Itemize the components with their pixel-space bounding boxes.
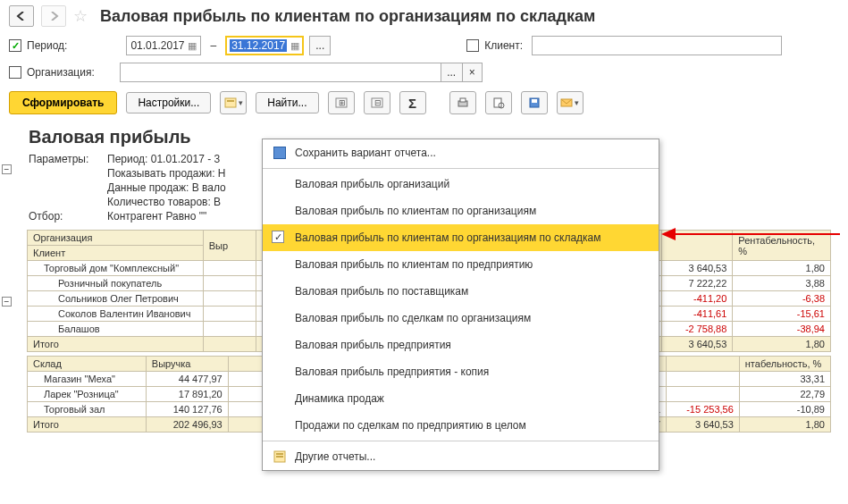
table-row: Розничный покупатель <box>28 276 204 291</box>
col-rev: Выр <box>203 231 256 261</box>
collapse-icon[interactable]: ⊟ <box>364 91 390 114</box>
org-label: Организация: <box>27 66 95 79</box>
print-button[interactable] <box>449 91 476 114</box>
svg-rect-1 <box>227 100 234 102</box>
svg-rect-0 <box>225 98 236 107</box>
forward-button[interactable] <box>41 5 66 27</box>
dd-save-variant[interactable]: Сохранить вариант отчета... <box>263 139 659 166</box>
col-client: Клиент <box>28 246 204 261</box>
period-label: Период: <box>27 39 67 52</box>
dd-other-reports[interactable]: Другие отчеты... <box>263 443 659 470</box>
sum-button[interactable]: Σ <box>399 91 426 114</box>
org-picker-button[interactable]: ... <box>441 63 463 82</box>
filter-label: Отбор: <box>29 210 100 223</box>
variants-dropdown-button[interactable] <box>220 91 247 114</box>
table-row: Торговый зал <box>28 402 147 417</box>
period-checkbox[interactable] <box>9 39 21 52</box>
dd-variant-item[interactable]: Валовая прибыль по клиентам по предприят… <box>263 251 659 278</box>
favorite-star-icon[interactable]: ☆ <box>73 6 88 26</box>
dd-variant-item[interactable]: Валовая прибыль по клиентам по организац… <box>263 197 659 224</box>
col-revenue: Выручка <box>146 357 228 372</box>
client-label: Клиент: <box>484 39 523 52</box>
find-button[interactable]: Найти... <box>256 92 318 113</box>
page-title: Валовая прибыль по клиентам по организац… <box>100 7 595 26</box>
dd-variant-item[interactable]: Валовая прибыль организаций <box>263 171 659 197</box>
dd-variant-item[interactable]: Валовая прибыль по сделкам по организаци… <box>263 305 659 332</box>
svg-text:⊞: ⊞ <box>339 98 346 107</box>
total-label: Итого <box>28 337 204 352</box>
date-to-input[interactable]: 31.12.2017 ▦ <box>225 36 304 55</box>
client-input[interactable] <box>532 36 782 55</box>
dd-variant-item[interactable]: Валовая прибыль по клиентам по организац… <box>263 224 659 251</box>
settings-button[interactable]: Настройки... <box>126 92 211 113</box>
svg-rect-11 <box>532 99 537 103</box>
save-button[interactable] <box>521 91 548 114</box>
col-org: Организация <box>28 231 204 246</box>
expand-icon[interactable]: ⊞ <box>328 91 355 114</box>
tree-collapse-icon[interactable]: − <box>2 297 12 307</box>
callout-arrow <box>661 228 840 240</box>
dd-variant-item[interactable]: Продажи по сделкам по предприятию в цело… <box>263 412 659 439</box>
svg-rect-7 <box>460 98 466 102</box>
params-label: Параметры: <box>29 153 100 165</box>
calendar-icon[interactable]: ▦ <box>188 40 197 52</box>
table-row: Торговый дом "Комплексный" <box>28 261 204 276</box>
report-icon <box>273 450 286 463</box>
save-icon <box>273 147 286 159</box>
tree-collapse-icon[interactable]: − <box>2 164 12 174</box>
dd-variant-item[interactable]: Валовая прибыль по поставщикам <box>263 278 659 305</box>
back-button[interactable] <box>9 5 34 27</box>
email-button[interactable] <box>557 91 584 114</box>
org-input[interactable] <box>120 63 441 82</box>
svg-rect-14 <box>276 453 283 455</box>
col-sklad: Склад <box>28 357 147 372</box>
client-checkbox[interactable] <box>466 39 479 52</box>
org-checkbox[interactable] <box>9 66 21 79</box>
generate-button[interactable]: Сформировать <box>9 91 117 114</box>
table-row: Соколов Валентин Иванович <box>28 307 204 322</box>
date-from-input[interactable]: 01.01.2017 ▦ <box>126 36 201 55</box>
period-picker-button[interactable]: ... <box>309 36 331 55</box>
table-row: Магазин "Меха" <box>28 372 147 387</box>
table-row: Сольников Олег Петрович <box>28 291 204 307</box>
svg-text:⊟: ⊟ <box>374 98 382 107</box>
table-row: Ларек "Розница" <box>28 387 147 402</box>
svg-rect-15 <box>276 456 283 458</box>
dd-variant-item[interactable]: Динамика продаж <box>263 385 659 412</box>
report-variants-dropdown: Сохранить вариант отчета... Валовая приб… <box>262 139 659 471</box>
check-icon <box>272 231 284 243</box>
table-row: Балашов <box>28 322 204 337</box>
col-rent2: нтабельность, % <box>739 357 830 372</box>
org-clear-button[interactable]: × <box>463 63 483 82</box>
dd-variant-item[interactable]: Валовая прибыль предприятия <box>263 332 659 358</box>
calendar-icon[interactable]: ▦ <box>290 40 299 52</box>
dd-variant-item[interactable]: Валовая прибыль предприятия - копия <box>263 358 659 385</box>
preview-button[interactable] <box>485 91 512 114</box>
